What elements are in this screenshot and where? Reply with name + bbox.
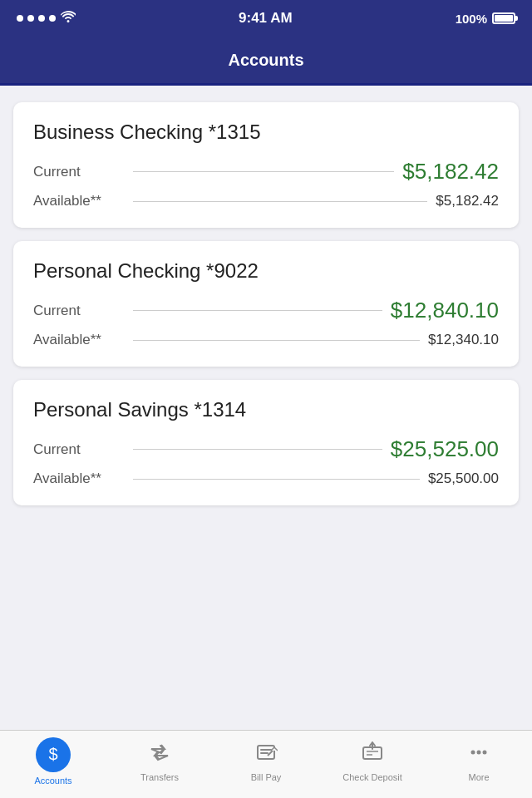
account-current-row-3: Current $25,525.00 (33, 436, 499, 462)
row-line (133, 340, 420, 341)
available-amount-2: $12,340.10 (428, 332, 499, 348)
battery-fill (495, 15, 513, 22)
account-current-row-1: Current $5,182.42 (33, 159, 499, 185)
row-line (133, 310, 382, 311)
tab-more[interactable]: More (426, 731, 532, 798)
accounts-icon: $ (36, 737, 71, 772)
tab-checkdeposit[interactable]: Check Deposit (319, 731, 426, 798)
status-left (17, 11, 76, 26)
dot-3 (38, 15, 45, 22)
current-label-3: Current (33, 441, 125, 458)
row-line (133, 171, 394, 172)
status-time: 9:41 AM (239, 10, 293, 27)
available-amount-3: $25,500.00 (428, 470, 499, 487)
transfers-icon (148, 741, 171, 769)
account-card-business-checking[interactable]: Business Checking *1315 Current $5,182.4… (13, 102, 519, 228)
status-right: 100% (456, 12, 515, 26)
more-icon (467, 741, 490, 769)
battery-icon (492, 12, 515, 24)
svg-point-8 (471, 750, 475, 754)
row-line (133, 201, 427, 202)
account-available-row-1: Available** $5,182.42 (33, 193, 499, 209)
tab-more-label: More (468, 772, 489, 782)
checkdeposit-icon (361, 741, 384, 769)
signal-dots (17, 15, 56, 22)
svg-point-10 (483, 750, 487, 754)
battery-text: 100% (456, 12, 487, 26)
account-current-row-2: Current $12,840.10 (33, 298, 499, 323)
svg-point-9 (477, 750, 481, 754)
billpay-icon (254, 741, 278, 769)
wifi-icon (61, 11, 76, 26)
account-name-2: Personal Checking *9022 (33, 259, 499, 283)
nav-bar: Accounts (0, 37, 532, 83)
current-amount-2: $12,840.10 (391, 298, 499, 323)
tab-transfers-label: Transfers (140, 772, 179, 782)
account-name-3: Personal Savings *1314 (33, 398, 499, 421)
row-line (133, 449, 382, 450)
status-bar: 9:41 AM 100% (0, 0, 532, 37)
tab-checkdeposit-label: Check Deposit (342, 772, 402, 782)
tab-billpay-label: Bill Pay (251, 772, 282, 782)
row-line (133, 479, 420, 480)
account-card-personal-checking[interactable]: Personal Checking *9022 Current $12,840.… (13, 241, 519, 367)
account-name-1: Business Checking *1315 (33, 121, 499, 144)
current-amount-1: $5,182.42 (402, 159, 499, 185)
current-amount-3: $25,525.00 (391, 436, 499, 462)
account-available-row-3: Available** $25,500.00 (33, 470, 499, 487)
available-label-2: Available** (33, 332, 125, 348)
tab-transfers[interactable]: Transfers (106, 731, 213, 798)
dot-1 (17, 15, 23, 22)
available-label-1: Available** (33, 193, 125, 209)
current-label-2: Current (33, 303, 125, 319)
tab-accounts[interactable]: $ Accounts (0, 731, 106, 798)
page-title: Accounts (228, 51, 303, 70)
account-available-row-2: Available** $12,340.10 (33, 332, 499, 348)
dot-4 (49, 15, 56, 22)
tab-accounts-label: Accounts (34, 776, 71, 786)
dot-2 (27, 15, 34, 22)
account-card-personal-savings[interactable]: Personal Savings *1314 Current $25,525.0… (13, 380, 519, 505)
current-label-1: Current (33, 164, 125, 180)
available-amount-1: $5,182.42 (436, 193, 499, 209)
available-label-3: Available** (33, 470, 125, 487)
accounts-list: Business Checking *1315 Current $5,182.4… (0, 86, 532, 730)
tab-bar: $ Accounts Transfers (0, 730, 532, 798)
tab-billpay[interactable]: Bill Pay (213, 731, 319, 798)
